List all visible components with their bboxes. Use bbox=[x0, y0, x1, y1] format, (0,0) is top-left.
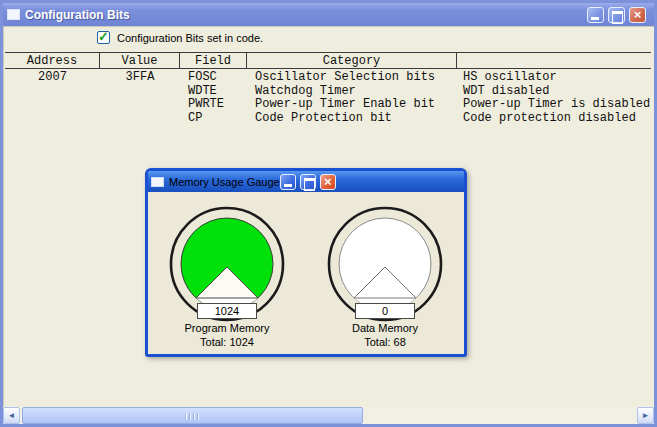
scroll-left-button[interactable]: ◄ bbox=[3, 407, 20, 424]
cell-value: 3FFA bbox=[100, 71, 180, 85]
cell-address bbox=[5, 112, 100, 126]
cell-field: PWRTE bbox=[180, 98, 247, 112]
scrollbar-thumb[interactable] bbox=[22, 407, 363, 424]
minimize-button[interactable] bbox=[280, 174, 296, 190]
table-row: 2007 3FFA FOSC Oscillator Selection bits… bbox=[5, 71, 651, 85]
column-header-setting bbox=[457, 53, 651, 69]
gauge-value-box: 1024 bbox=[197, 303, 257, 319]
window-icon bbox=[7, 9, 20, 20]
table-row: WDTE Watchdog Timer WDT disabled bbox=[5, 85, 651, 99]
cell-category: Watchdog Timer bbox=[247, 85, 457, 99]
cell-field: FOSC bbox=[180, 71, 247, 85]
cell-category: Oscillator Selection bits bbox=[247, 71, 457, 85]
table-header-row: Address Value Field Category bbox=[5, 52, 651, 69]
cell-setting[interactable]: WDT disabled bbox=[457, 85, 651, 99]
scroll-right-button[interactable]: ► bbox=[637, 407, 654, 424]
check-icon: ✓ bbox=[98, 29, 109, 44]
table-row: CP Code Protection bit Code protection d… bbox=[5, 112, 651, 126]
title-bar[interactable]: Configuration Bits × bbox=[3, 3, 654, 26]
column-header-field: Field bbox=[180, 53, 247, 69]
gauge-title-bar[interactable]: Memory Usage Gauge × bbox=[148, 171, 464, 192]
gauge-client-area: 1024 0 Program Memory Total: 1024 Data M… bbox=[148, 192, 464, 354]
table-row: PWRTE Power-up Timer Enable bit Power-up… bbox=[5, 98, 651, 112]
window-icon bbox=[151, 177, 164, 187]
gauge-label: Data Memory bbox=[306, 322, 464, 334]
cell-value bbox=[100, 98, 180, 112]
checkbox-label: Configuration Bits set in code. bbox=[117, 32, 263, 44]
cell-address bbox=[5, 98, 100, 112]
cell-setting[interactable]: Power-up Timer is disabled bbox=[457, 98, 651, 112]
cell-value bbox=[100, 85, 180, 99]
maximize-button[interactable] bbox=[608, 7, 625, 23]
column-header-value: Value bbox=[100, 53, 180, 69]
gauge-label: Program Memory bbox=[148, 322, 306, 334]
close-button[interactable]: × bbox=[320, 174, 336, 190]
gauge-window-title: Memory Usage Gauge bbox=[169, 176, 280, 188]
cell-value bbox=[100, 112, 180, 126]
column-header-category: Category bbox=[247, 53, 457, 69]
cell-address bbox=[5, 85, 100, 99]
cell-category: Code Protection bit bbox=[247, 112, 457, 126]
config-table: Address Value Field Category 2007 3FFA F… bbox=[5, 52, 651, 125]
cell-field: CP bbox=[180, 112, 247, 126]
close-button[interactable]: × bbox=[629, 7, 646, 23]
page-title: Configuration Bits bbox=[25, 8, 587, 22]
config-bits-checkbox[interactable]: ✓ bbox=[97, 31, 110, 44]
cell-category: Power-up Timer Enable bit bbox=[247, 98, 457, 112]
minimize-button[interactable] bbox=[587, 7, 604, 23]
checkbox-row: ✓ Configuration Bits set in code. bbox=[3, 30, 654, 46]
gauge-total: Total: 68 bbox=[306, 336, 464, 348]
horizontal-scrollbar[interactable]: ◄ ► bbox=[3, 407, 654, 424]
maximize-button[interactable] bbox=[300, 174, 316, 190]
gauge-total: Total: 1024 bbox=[148, 336, 306, 348]
client-area: ✓ Configuration Bits set in code. Addres… bbox=[3, 26, 654, 424]
configuration-bits-window: Configuration Bits × ✓ Configuration Bit… bbox=[0, 0, 657, 427]
gauge-value-box: 0 bbox=[355, 303, 415, 319]
column-header-address: Address bbox=[5, 53, 100, 69]
cell-field: WDTE bbox=[180, 85, 247, 99]
cell-setting[interactable]: HS oscillator bbox=[457, 71, 651, 85]
memory-usage-gauge-window: Memory Usage Gauge × bbox=[145, 168, 467, 357]
cell-address: 2007 bbox=[5, 71, 100, 85]
cell-setting[interactable]: Code protection disabled bbox=[457, 112, 651, 126]
